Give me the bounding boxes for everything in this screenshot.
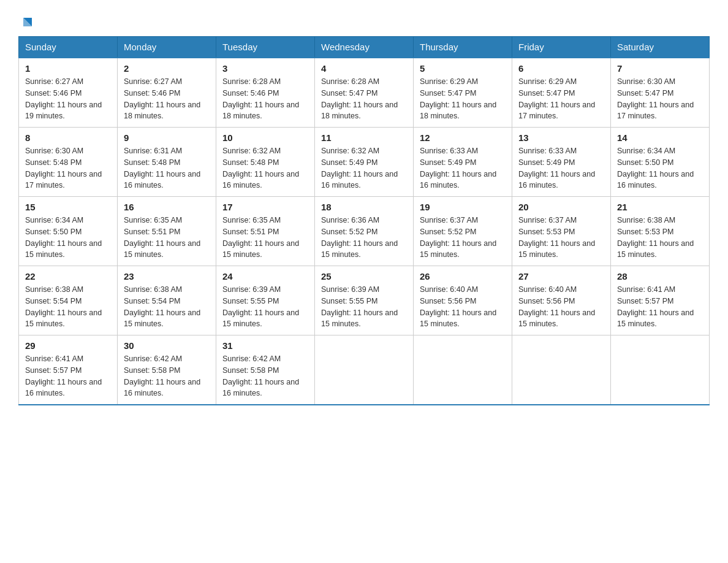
calendar-cell: 26Sunrise: 6:40 AMSunset: 5:56 PMDayligh… [414,266,512,335]
day-info: Sunrise: 6:35 AMSunset: 5:51 PMDaylight:… [222,215,308,261]
calendar-week-row: 1Sunrise: 6:27 AMSunset: 5:46 PMDaylight… [19,58,710,128]
calendar-cell: 24Sunrise: 6:39 AMSunset: 5:55 PMDayligh… [216,266,315,335]
day-number: 20 [518,202,604,212]
day-info: Sunrise: 6:28 AMSunset: 5:47 PMDaylight:… [321,76,407,122]
day-number: 30 [124,340,210,351]
calendar-header-saturday: Saturday [611,37,710,58]
calendar-header-wednesday: Wednesday [315,37,414,58]
calendar-cell: 23Sunrise: 6:38 AMSunset: 5:54 PMDayligh… [118,266,216,335]
calendar-cell: 2Sunrise: 6:27 AMSunset: 5:46 PMDaylight… [118,58,216,128]
day-info: Sunrise: 6:41 AMSunset: 5:57 PMDaylight:… [617,284,703,330]
day-info: Sunrise: 6:30 AMSunset: 5:48 PMDaylight:… [25,145,111,191]
day-number: 17 [222,202,308,212]
calendar-cell: 29Sunrise: 6:41 AMSunset: 5:57 PMDayligh… [19,335,118,405]
day-number: 18 [321,202,407,212]
calendar-header-friday: Friday [512,37,611,58]
day-number: 26 [420,271,506,282]
day-info: Sunrise: 6:29 AMSunset: 5:47 PMDaylight:… [420,76,506,122]
calendar-week-row: 8Sunrise: 6:30 AMSunset: 5:48 PMDaylight… [19,128,710,197]
calendar-cell: 25Sunrise: 6:39 AMSunset: 5:55 PMDayligh… [315,266,414,335]
calendar-header-thursday: Thursday [414,37,512,58]
day-number: 31 [222,340,308,351]
calendar-cell [414,335,512,405]
day-info: Sunrise: 6:33 AMSunset: 5:49 PMDaylight:… [518,145,604,191]
calendar-cell [512,335,611,405]
day-number: 11 [321,132,407,143]
calendar-cell: 11Sunrise: 6:32 AMSunset: 5:49 PMDayligh… [315,128,414,197]
calendar-cell: 20Sunrise: 6:37 AMSunset: 5:53 PMDayligh… [512,197,611,266]
day-number: 25 [321,271,407,282]
calendar-cell: 16Sunrise: 6:35 AMSunset: 5:51 PMDayligh… [118,197,216,266]
calendar-cell: 31Sunrise: 6:42 AMSunset: 5:58 PMDayligh… [216,335,315,405]
calendar-cell: 7Sunrise: 6:30 AMSunset: 5:47 PMDaylight… [611,58,710,128]
logo-arrow-icon [20,14,36,30]
day-info: Sunrise: 6:39 AMSunset: 5:55 PMDaylight:… [222,284,308,330]
day-info: Sunrise: 6:38 AMSunset: 5:54 PMDaylight:… [124,284,210,330]
day-info: Sunrise: 6:40 AMSunset: 5:56 PMDaylight:… [420,284,506,330]
day-number: 6 [518,63,604,74]
day-number: 4 [321,63,407,74]
day-number: 19 [420,202,506,212]
day-info: Sunrise: 6:34 AMSunset: 5:50 PMDaylight:… [25,215,111,261]
day-info: Sunrise: 6:32 AMSunset: 5:48 PMDaylight:… [222,145,308,191]
calendar-cell: 30Sunrise: 6:42 AMSunset: 5:58 PMDayligh… [118,335,216,405]
logo-general-text [18,15,36,30]
day-info: Sunrise: 6:31 AMSunset: 5:48 PMDaylight:… [124,145,210,191]
day-number: 2 [124,63,210,74]
calendar-cell: 10Sunrise: 6:32 AMSunset: 5:48 PMDayligh… [216,128,315,197]
calendar-cell [611,335,710,405]
day-number: 9 [124,132,210,143]
day-info: Sunrise: 6:42 AMSunset: 5:58 PMDaylight:… [124,353,210,399]
day-number: 16 [124,202,210,212]
day-info: Sunrise: 6:33 AMSunset: 5:49 PMDaylight:… [420,145,506,191]
day-number: 13 [518,132,604,143]
day-info: Sunrise: 6:35 AMSunset: 5:51 PMDaylight:… [124,215,210,261]
day-info: Sunrise: 6:38 AMSunset: 5:53 PMDaylight:… [617,215,703,261]
day-info: Sunrise: 6:32 AMSunset: 5:49 PMDaylight:… [321,145,407,191]
day-number: 27 [518,271,604,282]
calendar-cell: 8Sunrise: 6:30 AMSunset: 5:48 PMDaylight… [19,128,118,197]
calendar-cell: 17Sunrise: 6:35 AMSunset: 5:51 PMDayligh… [216,197,315,266]
calendar-cell: 22Sunrise: 6:38 AMSunset: 5:54 PMDayligh… [19,266,118,335]
logo [18,12,36,30]
day-info: Sunrise: 6:27 AMSunset: 5:46 PMDaylight:… [25,76,111,122]
day-info: Sunrise: 6:39 AMSunset: 5:55 PMDaylight:… [321,284,407,330]
day-info: Sunrise: 6:29 AMSunset: 5:47 PMDaylight:… [518,76,604,122]
day-info: Sunrise: 6:34 AMSunset: 5:50 PMDaylight:… [617,145,703,191]
calendar-cell: 28Sunrise: 6:41 AMSunset: 5:57 PMDayligh… [611,266,710,335]
calendar-week-row: 22Sunrise: 6:38 AMSunset: 5:54 PMDayligh… [19,266,710,335]
calendar-cell: 1Sunrise: 6:27 AMSunset: 5:46 PMDaylight… [19,58,118,128]
day-number: 14 [617,132,703,143]
day-info: Sunrise: 6:38 AMSunset: 5:54 PMDaylight:… [25,284,111,330]
calendar-cell: 21Sunrise: 6:38 AMSunset: 5:53 PMDayligh… [611,197,710,266]
day-number: 22 [25,271,111,282]
calendar-cell [315,335,414,405]
calendar-week-row: 29Sunrise: 6:41 AMSunset: 5:57 PMDayligh… [19,335,710,405]
calendar-cell: 14Sunrise: 6:34 AMSunset: 5:50 PMDayligh… [611,128,710,197]
day-number: 7 [617,63,703,74]
day-info: Sunrise: 6:30 AMSunset: 5:47 PMDaylight:… [617,76,703,122]
calendar-cell: 18Sunrise: 6:36 AMSunset: 5:52 PMDayligh… [315,197,414,266]
day-number: 29 [25,340,111,351]
header [18,12,710,30]
calendar-week-row: 15Sunrise: 6:34 AMSunset: 5:50 PMDayligh… [19,197,710,266]
day-number: 8 [25,132,111,143]
calendar-cell: 5Sunrise: 6:29 AMSunset: 5:47 PMDaylight… [414,58,512,128]
calendar-cell: 27Sunrise: 6:40 AMSunset: 5:56 PMDayligh… [512,266,611,335]
calendar-cell: 9Sunrise: 6:31 AMSunset: 5:48 PMDaylight… [118,128,216,197]
day-number: 28 [617,271,703,282]
day-number: 5 [420,63,506,74]
day-number: 23 [124,271,210,282]
calendar-cell: 15Sunrise: 6:34 AMSunset: 5:50 PMDayligh… [19,197,118,266]
day-number: 15 [25,202,111,212]
day-info: Sunrise: 6:36 AMSunset: 5:52 PMDaylight:… [321,215,407,261]
calendar-cell: 12Sunrise: 6:33 AMSunset: 5:49 PMDayligh… [414,128,512,197]
day-number: 21 [617,202,703,212]
day-number: 10 [222,132,308,143]
day-number: 12 [420,132,506,143]
calendar-header-row: SundayMondayTuesdayWednesdayThursdayFrid… [19,37,710,58]
calendar-cell: 13Sunrise: 6:33 AMSunset: 5:49 PMDayligh… [512,128,611,197]
calendar-header-sunday: Sunday [19,37,118,58]
calendar: SundayMondayTuesdayWednesdayThursdayFrid… [18,36,710,405]
day-number: 1 [25,63,111,74]
